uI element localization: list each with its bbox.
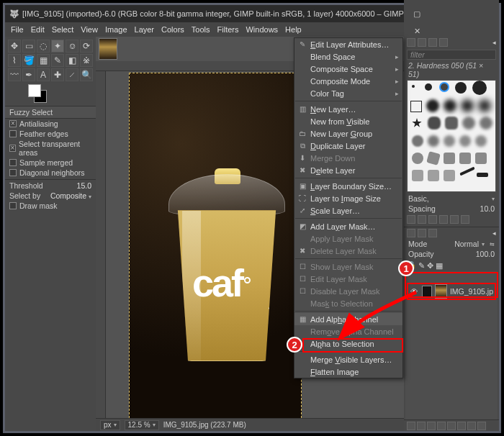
brush-grid[interactable] <box>407 80 496 192</box>
brush-btn-3[interactable] <box>428 215 437 224</box>
canvas-image[interactable]: caf [caffè al fresco] <box>129 73 302 418</box>
layers-menu-icon[interactable]: ◂ <box>492 230 496 237</box>
tool-rotate[interactable]: ⟳ <box>80 40 93 53</box>
menu-edit[interactable]: Edit <box>31 25 45 34</box>
menu-duplicate[interactable]: ⧉Duplicate Layer <box>294 140 402 152</box>
brush-btn-2[interactable] <box>418 215 426 224</box>
selectby-value[interactable]: Composite ▾ <box>50 191 91 200</box>
menu-colors[interactable]: Colors <box>161 25 184 34</box>
visibility-icon[interactable]: 👁 <box>410 286 419 296</box>
brush-btn-6[interactable] <box>461 215 469 224</box>
tool-heal[interactable]: ✚ <box>51 68 64 81</box>
menu-new-layer[interactable]: ▥New Layer… <box>294 103 402 115</box>
sample-checkbox[interactable] <box>9 159 17 166</box>
drawmask-checkbox[interactable] <box>9 202 17 209</box>
menu-to-image[interactable]: ⛶Layer to Image Size <box>294 192 402 204</box>
maximize-button[interactable]: ▢ <box>404 5 430 22</box>
tool-move[interactable]: ✥ <box>8 40 21 53</box>
menu-alpha-sel[interactable]: Alpha to Selection <box>294 337 402 350</box>
menu-add-alpha[interactable]: ▦Add Alpha Channel <box>294 313 402 325</box>
layer-mask-button[interactable] <box>467 422 476 430</box>
tool-gradient[interactable]: ▦ <box>37 54 50 67</box>
tool-rect-select[interactable]: ▭ <box>22 40 35 53</box>
menu-color-tag[interactable]: Color Tag▸ <box>294 87 402 99</box>
menu-image[interactable]: Image <box>105 25 127 34</box>
dock-tab-1[interactable] <box>407 38 415 47</box>
brush-btn-1[interactable] <box>407 215 415 224</box>
tool-measure[interactable]: ⟋ <box>66 68 78 81</box>
dock-tab-4[interactable] <box>439 38 448 47</box>
paths-tab[interactable] <box>428 229 437 237</box>
menu-select[interactable]: Select <box>52 25 74 34</box>
menu-composite-mode[interactable]: Composite Mode▸ <box>294 75 402 87</box>
menu-scale[interactable]: ⤢Scale Layer… <box>294 204 402 217</box>
layer-merge-button[interactable] <box>457 422 466 430</box>
dock-tab-2[interactable] <box>418 38 426 47</box>
status-zoom[interactable]: 12.5 % ▾ <box>125 420 159 430</box>
menu-view[interactable]: View <box>81 25 98 34</box>
menu-add-mask[interactable]: ◩Add Layer Mask… <box>294 220 402 232</box>
threshold-value[interactable]: 15.0 <box>77 181 91 190</box>
antialias-checkbox[interactable] <box>9 120 17 127</box>
tool-path[interactable]: ✒ <box>22 68 35 81</box>
diag-checkbox[interactable] <box>9 169 17 176</box>
lock-pixels-icon[interactable]: ✎ <box>418 261 425 270</box>
layer-name[interactable]: IMG_9105.jp <box>450 287 493 296</box>
lock-alpha-icon[interactable]: ▦ <box>436 261 443 270</box>
tool-crop[interactable]: ⎊ <box>66 40 78 53</box>
menu-composite-space[interactable]: Composite Space▸ <box>294 63 402 75</box>
menu-delete-layer[interactable]: ✖Delete Layer <box>294 164 402 176</box>
transparent-checkbox[interactable] <box>9 145 16 152</box>
brush-btn-5[interactable] <box>450 215 459 224</box>
layer-new-button[interactable] <box>407 422 415 430</box>
layer-dup-button[interactable] <box>447 422 456 430</box>
menu-file[interactable]: File <box>11 25 24 34</box>
minimize-button[interactable]: — <box>404 0 430 5</box>
layer-thumb[interactable] <box>435 284 447 299</box>
menu-new-group[interactable]: 🗀New Layer Group <box>294 127 402 140</box>
ruler-vertical[interactable] <box>96 71 106 418</box>
menu-new-visible[interactable]: New from Visible <box>294 115 402 127</box>
brush-filter[interactable]: filter <box>407 50 496 60</box>
brush-btn-4[interactable] <box>439 215 448 224</box>
menu-boundary[interactable]: ▣Layer Boundary Size… <box>294 180 402 192</box>
menu-blend-space[interactable]: Blend Space▸ <box>294 50 402 63</box>
tool-text[interactable]: A <box>37 68 50 81</box>
tool-warp[interactable]: ⌇ <box>8 54 21 67</box>
menu-windows[interactable]: Windows <box>246 25 278 34</box>
tool-pencil[interactable]: ✎ <box>51 54 64 67</box>
layers-tab[interactable] <box>407 229 415 237</box>
layer-list[interactable]: 👁 IMG_9105.jp <box>405 271 498 419</box>
layer-row[interactable]: 👁 IMG_9105.jp <box>407 283 496 300</box>
menu-flatten[interactable]: Flatten Image <box>294 365 402 378</box>
dock-tab-3[interactable] <box>428 38 437 47</box>
spacing-value[interactable]: 10.0 <box>480 204 495 213</box>
tool-fuzzy-select[interactable]: ✦ <box>51 40 64 53</box>
menu-help[interactable]: Help <box>285 25 302 34</box>
opacity-value[interactable]: 100.0 <box>476 250 495 258</box>
menu-merge-visible[interactable]: Merge Visible Layers… <box>294 353 402 365</box>
tool-smudge[interactable]: 〰 <box>8 68 21 81</box>
menu-tools[interactable]: Tools <box>192 25 210 34</box>
layer-group-button[interactable] <box>417 422 426 430</box>
fg-color[interactable] <box>28 84 41 97</box>
tool-clone[interactable]: ※ <box>80 54 93 67</box>
status-unit[interactable]: px ▾ <box>100 420 120 430</box>
layer-mask-thumb[interactable] <box>422 286 433 297</box>
channels-tab[interactable] <box>418 229 426 237</box>
layer-delete-button[interactable] <box>477 422 486 430</box>
mode-value[interactable]: Normal <box>454 240 479 248</box>
feather-checkbox[interactable] <box>9 130 17 137</box>
color-swatches[interactable] <box>28 84 96 104</box>
tool-zoom[interactable]: 🔍 <box>80 68 93 81</box>
tool-eraser[interactable]: ◧ <box>66 54 78 67</box>
tool-free-select[interactable]: ◌ <box>37 40 50 53</box>
layer-up-button[interactable] <box>427 422 436 430</box>
tool-bucket[interactable]: 🪣 <box>22 54 35 67</box>
image-tab-1[interactable] <box>99 38 117 60</box>
layer-down-button[interactable] <box>437 422 446 430</box>
lock-pos-icon[interactable]: ✥ <box>427 261 433 270</box>
dock-menu-icon[interactable]: ◂ <box>492 39 496 46</box>
menu-edit-layer-attrs[interactable]: ✎Edit Layer Attributes… <box>294 38 402 50</box>
menu-layer[interactable]: Layer <box>135 25 155 34</box>
